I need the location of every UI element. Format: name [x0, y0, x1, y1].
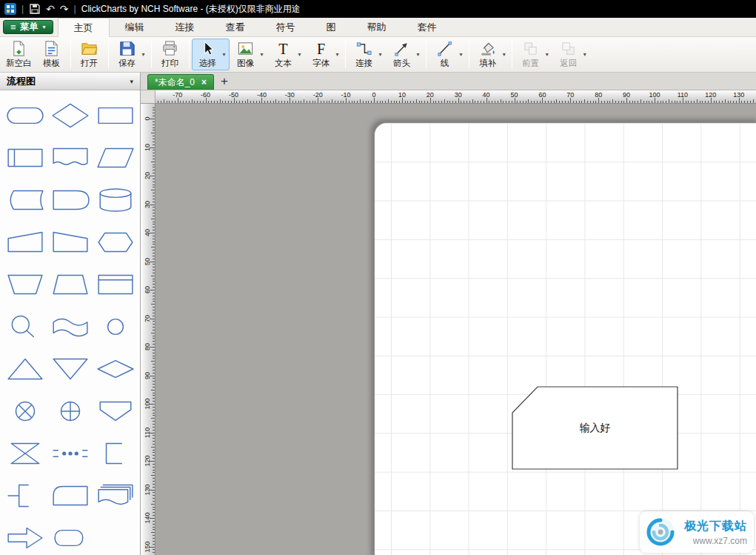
undo-icon[interactable]: ↶ [46, 4, 55, 14]
v-ruler-tick [153, 113, 155, 113]
shape-document[interactable] [49, 142, 92, 174]
toolbar-button-new-blank[interactable]: 新空白 [2, 39, 36, 70]
menu-button[interactable]: ≡ 菜单 ▾ [3, 20, 53, 34]
shape-ellipsis[interactable] [49, 437, 92, 470]
close-icon[interactable]: × [201, 77, 207, 87]
stored-data-shape-icon [5, 186, 45, 214]
shape-flat-diamond[interactable] [94, 353, 137, 385]
shape-circle-plus[interactable] [49, 395, 92, 428]
toolbar-button-image[interactable]: 图像▾ [230, 39, 267, 70]
v-ruler-tick [153, 472, 155, 473]
shape-multi-document[interactable] [94, 479, 137, 512]
chevron-down-icon[interactable]: ▾ [503, 51, 506, 58]
main-toolbar: 新空白模板打开保存▾打印选择▾图像▾T文本▾F字体▾连接▾箭头▾线▾填补▾前置▾… [0, 37, 756, 73]
chevron-down-icon[interactable]: ▾ [261, 51, 264, 58]
shape-hexagon[interactable] [94, 226, 137, 259]
menu-tab-连接[interactable]: 连接 [160, 18, 210, 36]
menu-tab-主页[interactable]: 主页 [58, 18, 110, 37]
v-ruler-tick [153, 159, 155, 159]
shape-slant-top[interactable] [4, 226, 47, 259]
shape-bracket-tick[interactable] [4, 479, 47, 512]
shape-wave[interactable] [49, 310, 92, 343]
toolbar-separator [469, 41, 469, 68]
chevron-down-icon[interactable]: ▾ [460, 51, 463, 58]
menu-tab-查看[interactable]: 查看 [210, 18, 261, 36]
v-ruler-tick [153, 293, 155, 293]
shape-round-corner[interactable] [49, 479, 92, 512]
toolbar-button-template[interactable]: 模板 [36, 39, 68, 70]
toolbar-button-open[interactable]: 打开 [73, 39, 106, 70]
v-ruler-tick [153, 230, 155, 230]
h-ruler-tick [211, 101, 212, 103]
shape-data[interactable] [94, 142, 137, 174]
shape-manual-operation[interactable] [4, 268, 47, 301]
v-ruler-tick [153, 467, 155, 468]
h-ruler-tick [719, 101, 720, 103]
page[interactable]: 输入好 [374, 122, 756, 555]
shape-slant-right[interactable] [49, 226, 92, 259]
shape-circle-x[interactable] [4, 395, 47, 428]
shape-internal-storage[interactable] [4, 142, 47, 174]
toolbar-button-connect[interactable]: 连接▾ [348, 39, 386, 70]
shape-terminator[interactable] [4, 99, 47, 132]
decision-shape-icon [50, 102, 90, 130]
v-ruler-tick [153, 421, 155, 422]
h-ruler-tick [593, 101, 594, 103]
shape-triangle-up[interactable] [4, 353, 47, 385]
toolbar-button-font[interactable]: F字体▾ [305, 39, 343, 70]
shape-block-arrow[interactable] [4, 522, 47, 554]
document-tab-active[interactable]: *未命名_0 × [147, 74, 214, 90]
add-tab-button[interactable]: + [219, 75, 232, 90]
menu-tab-图[interactable]: 图 [311, 18, 352, 36]
h-ruler-tick [475, 101, 475, 103]
shape-process[interactable] [94, 99, 137, 132]
v-ruler-tick [150, 319, 155, 319]
shape-display[interactable] [49, 522, 92, 554]
v-ruler-tick [153, 501, 155, 502]
shape-stored-data[interactable] [4, 184, 47, 216]
shape-category-dropdown[interactable]: 流程图 ▾ [0, 73, 140, 90]
menu-tab-编辑[interactable]: 编辑 [110, 18, 160, 36]
h-ruler-tick [601, 101, 602, 103]
chevron-down-icon[interactable]: ▾ [223, 51, 226, 58]
shape-delay[interactable] [49, 184, 92, 216]
h-ruler-tick [604, 101, 605, 103]
shape-predefined-top[interactable] [94, 268, 137, 301]
shape-connector[interactable] [94, 310, 137, 343]
toolbar-button-select[interactable]: 选择▾ [192, 39, 230, 70]
chevron-down-icon[interactable]: ▾ [546, 51, 549, 58]
menu-tab-帮助[interactable]: 帮助 [352, 18, 402, 36]
toolbar-button-fill[interactable]: 填补▾ [472, 39, 509, 70]
v-ruler-tick [150, 262, 155, 262]
h-ruler-tick [234, 98, 235, 103]
menu-tab-符号[interactable]: 符号 [261, 18, 311, 36]
shape-connector-tail[interactable] [4, 310, 47, 343]
shape-decision[interactable] [49, 99, 92, 132]
quick-save-icon[interactable] [29, 3, 41, 15]
shape-triangle-down[interactable] [49, 353, 92, 385]
flowchart-node-card[interactable]: 输入好 [512, 386, 678, 470]
chevron-down-icon[interactable]: ▾ [379, 51, 382, 58]
v-ruler-tick [153, 224, 155, 225]
toolbar-button-line[interactable]: 线▾ [429, 39, 466, 70]
chevron-down-icon[interactable]: ▾ [298, 51, 301, 58]
menu-tab-套件[interactable]: 套件 [402, 18, 452, 36]
collate-shape-icon [5, 439, 45, 468]
shape-collate[interactable] [4, 437, 47, 470]
chevron-down-icon[interactable]: ▾ [583, 51, 586, 58]
shape-shield[interactable] [94, 395, 137, 428]
toolbar-button-print[interactable]: 打印 [154, 39, 187, 70]
drawing-canvas[interactable]: 输入好 极光下载站 www.xz7.com [155, 104, 756, 555]
toolbar-button-arrow[interactable]: 箭头▾ [386, 39, 424, 70]
chevron-down-icon[interactable]: ▾ [142, 51, 145, 58]
redo-icon[interactable]: ↷ [60, 4, 69, 14]
shape-bracket[interactable] [94, 437, 137, 470]
shape-trapezoid[interactable] [49, 268, 92, 301]
chevron-down-icon[interactable]: ▾ [336, 51, 339, 58]
toolbar-button-text[interactable]: T文本▾ [267, 39, 305, 70]
toolbar-button-save[interactable]: 保存▾ [111, 39, 149, 70]
v-ruler-tick [151, 475, 155, 476]
connector-tail-shape-icon [5, 313, 45, 341]
chevron-down-icon[interactable]: ▾ [417, 51, 420, 58]
shape-database[interactable] [94, 184, 137, 216]
